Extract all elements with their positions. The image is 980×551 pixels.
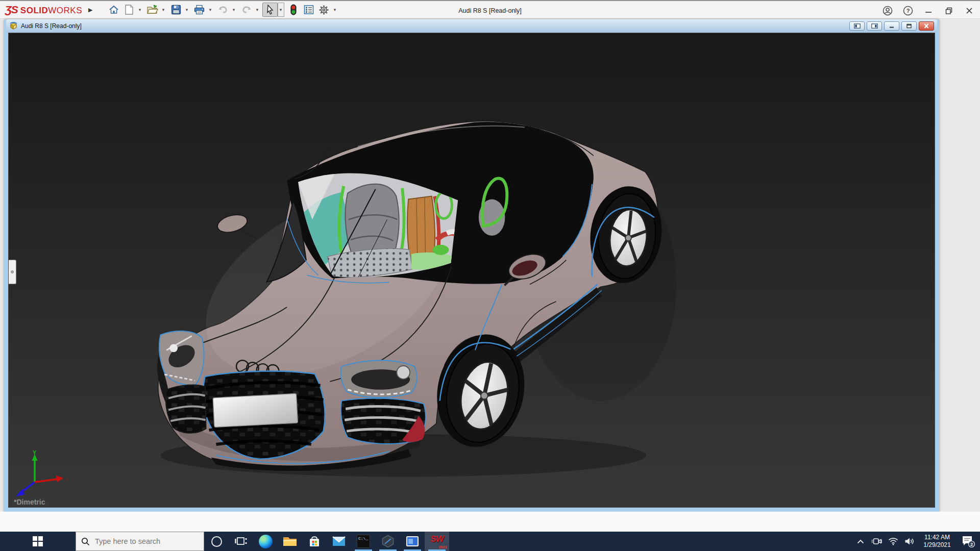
print-button[interactable] xyxy=(192,3,207,17)
taskbar-cortana[interactable] xyxy=(204,532,229,551)
taskbar: C:\_ SW 2021 11:42 AM 1/29/2021 xyxy=(0,532,980,551)
graphics-viewport[interactable]: Y x *Dimetric xyxy=(8,33,935,508)
doc-restore-button[interactable] xyxy=(901,21,917,31)
triad-x-label: x xyxy=(65,477,68,482)
redo-button[interactable] xyxy=(239,3,254,17)
redo-dropdown[interactable]: ▼ xyxy=(254,3,261,17)
panel-tab-dot-icon xyxy=(11,270,14,273)
chevron-up-icon xyxy=(857,539,864,544)
app-window-title: Audi R8 S [Read-only] xyxy=(458,1,522,20)
new-document-dropdown[interactable]: ▼ xyxy=(137,3,143,17)
doc-minimize-button[interactable] xyxy=(884,21,899,31)
solidworks-2021-icon: SW 2021 xyxy=(428,534,446,548)
doc-close-button[interactable] xyxy=(919,21,934,31)
options-button[interactable] xyxy=(316,3,332,17)
command-prompt-icon: C:\_ xyxy=(357,535,370,548)
search-input[interactable] xyxy=(95,537,192,545)
help-button[interactable]: ? xyxy=(901,4,915,17)
side-intake-right[interactable] xyxy=(341,398,426,444)
options-dropdown[interactable]: ▼ xyxy=(332,3,338,17)
file-properties-button[interactable] xyxy=(301,3,316,17)
volume-icon xyxy=(904,537,915,545)
main-toolbar: ▼ ▼ ▼ ▼ ▼ ▼ ▼ ▼ xyxy=(106,1,340,18)
print-dropdown[interactable]: ▼ xyxy=(207,3,214,17)
help-icon: ? xyxy=(903,6,913,16)
headlight-right[interactable] xyxy=(341,360,417,397)
taskbar-dev-app[interactable] xyxy=(376,532,400,551)
select-dropdown[interactable]: ▼ xyxy=(278,3,284,17)
new-document-button[interactable] xyxy=(121,3,137,17)
select-button[interactable] xyxy=(262,3,278,17)
save-button[interactable] xyxy=(168,3,184,17)
taskbar-command-prompt[interactable]: C:\_ xyxy=(351,532,376,551)
pane-left-button[interactable] xyxy=(849,21,865,31)
save-icon xyxy=(171,5,181,15)
tray-expand-button[interactable] xyxy=(852,532,869,551)
app-titlebar: ƷS SOLID WORKS ▶ ▼ ▼ ▼ ▼ ▼ ▼ ▼ xyxy=(0,0,980,19)
restore-icon xyxy=(945,7,952,14)
document-title: Audi R8 S [Read-only] xyxy=(21,22,82,30)
undo-icon xyxy=(218,5,228,14)
windows-logo-icon xyxy=(33,536,43,546)
save-dropdown[interactable]: ▼ xyxy=(184,3,190,17)
close-button[interactable] xyxy=(963,4,976,17)
tray-volume-button[interactable] xyxy=(901,532,918,551)
tray-wifi-button[interactable] xyxy=(885,532,901,551)
doc-restore-icon xyxy=(906,23,912,29)
3d-model-audi-r8[interactable] xyxy=(9,33,935,507)
restore-button[interactable] xyxy=(942,4,955,17)
view-orientation-label: *Dimetric xyxy=(14,498,45,506)
notification-badge: 2 xyxy=(970,542,973,547)
taskbar-store[interactable] xyxy=(302,532,327,551)
new-document-icon xyxy=(125,5,134,15)
redo-icon xyxy=(241,5,252,14)
undo-dropdown[interactable]: ▼ xyxy=(231,3,237,17)
taskbar-clock[interactable]: 11:42 AM 1/29/2021 xyxy=(918,532,957,551)
open-dropdown[interactable]: ▼ xyxy=(160,3,167,17)
notifications-icon: 2 xyxy=(962,535,975,547)
wifi-icon xyxy=(888,537,898,545)
taskbar-solidworks[interactable]: SW 2021 xyxy=(425,532,449,551)
doc-close-icon xyxy=(923,23,929,29)
document-window: Audi R8 S [Read-only] xyxy=(4,19,939,512)
notification-center-button[interactable]: 2 xyxy=(957,532,980,551)
taskbar-edge[interactable] xyxy=(253,532,278,551)
store-icon xyxy=(308,535,321,547)
pane-left-icon xyxy=(854,23,861,29)
taskbar-file-explorer[interactable] xyxy=(278,532,302,551)
side-intake-left[interactable] xyxy=(166,385,206,433)
clock-time: 11:42 AM xyxy=(924,534,950,541)
search-icon xyxy=(81,537,90,546)
remote-window-icon xyxy=(406,536,419,547)
account-icon xyxy=(883,6,893,16)
triad-y-label: Y xyxy=(33,450,37,456)
document-titlebar[interactable]: Audi R8 S [Read-only] xyxy=(6,19,937,33)
rebuild-button[interactable] xyxy=(286,3,301,17)
menu-expand-chevron-icon[interactable]: ▶ xyxy=(88,7,92,13)
tray-meet-now-button[interactable] xyxy=(869,532,885,551)
car-body-group[interactable] xyxy=(157,121,668,471)
close-icon xyxy=(966,7,973,14)
mail-icon xyxy=(332,536,346,546)
mirror-left[interactable] xyxy=(215,212,256,239)
undo-button[interactable] xyxy=(215,3,231,17)
taskbar-search[interactable] xyxy=(76,532,204,551)
open-icon xyxy=(147,5,158,15)
taskbar-mail[interactable] xyxy=(327,532,351,551)
taskbar-task-view[interactable] xyxy=(229,532,253,551)
start-button[interactable] xyxy=(0,532,76,551)
file-properties-icon xyxy=(304,5,314,15)
feature-manager-collapsed-tab[interactable] xyxy=(9,260,16,284)
home-button[interactable] xyxy=(106,3,121,17)
open-button[interactable] xyxy=(145,3,160,17)
pane-right-button[interactable] xyxy=(867,21,882,31)
rebuild-traffic-light-icon xyxy=(290,4,297,15)
minimize-button[interactable] xyxy=(922,4,935,17)
edge-icon xyxy=(259,535,273,548)
account-button[interactable] xyxy=(881,4,894,17)
options-gear-icon xyxy=(318,5,329,15)
taskbar-remote-window-app[interactable] xyxy=(400,532,425,551)
status-bar xyxy=(0,512,980,532)
task-view-icon xyxy=(235,536,247,547)
solidworks-logo: ƷS SOLID WORKS xyxy=(5,4,82,16)
